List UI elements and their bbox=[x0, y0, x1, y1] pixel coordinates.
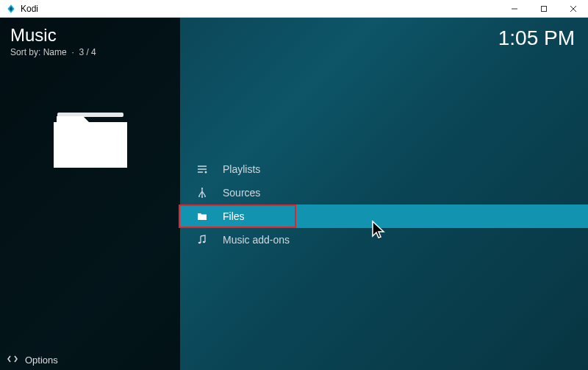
maximize-button[interactable] bbox=[529, 0, 559, 18]
options-label: Options bbox=[25, 355, 58, 366]
sources-icon bbox=[195, 185, 209, 200]
music-note-icon bbox=[195, 232, 209, 247]
sidebar-header: Music Sort by: Name · 3 / 4 bbox=[0, 18, 180, 57]
folder-icon bbox=[195, 209, 209, 224]
app-area: Music Sort by: Name · 3 / 4 Options 1:05… bbox=[0, 18, 588, 370]
window-controls bbox=[500, 0, 588, 18]
close-button[interactable] bbox=[559, 0, 588, 18]
sort-info: Sort by: Name · 3 / 4 bbox=[10, 47, 170, 57]
window-titlebar: Kodi bbox=[0, 0, 588, 18]
menu-item-label: Sources bbox=[223, 187, 260, 199]
svg-point-14 bbox=[203, 241, 206, 243]
sort-label: Sort by: Name bbox=[10, 47, 67, 57]
menu-item-label: Playlists bbox=[223, 163, 260, 175]
menu-item-sources[interactable]: Sources bbox=[180, 181, 588, 204]
minimize-button[interactable] bbox=[500, 0, 529, 18]
menu-item-files[interactable]: Files bbox=[180, 204, 588, 228]
options-expand-icon bbox=[7, 355, 18, 366]
svg-point-13 bbox=[198, 242, 201, 244]
playlist-icon bbox=[195, 162, 209, 177]
folder-preview-icon bbox=[0, 102, 180, 175]
main-area: 1:05 PM Playlists Sources Files bbox=[180, 18, 588, 370]
options-button[interactable]: Options bbox=[0, 349, 180, 370]
sidebar: Music Sort by: Name · 3 / 4 Options bbox=[0, 18, 180, 370]
svg-point-10 bbox=[198, 196, 200, 197]
page-title: Music bbox=[10, 25, 170, 46]
list-position: 3 / 4 bbox=[79, 47, 96, 57]
clock: 1:05 PM bbox=[498, 26, 575, 50]
menu-list: Playlists Sources Files Music add-ons bbox=[180, 157, 588, 252]
svg-rect-4 bbox=[57, 113, 123, 117]
svg-rect-1 bbox=[542, 7, 547, 12]
menu-item-label: Files bbox=[223, 210, 245, 222]
menu-item-label: Music add-ons bbox=[223, 234, 290, 246]
svg-point-8 bbox=[205, 171, 207, 174]
svg-point-9 bbox=[201, 188, 203, 189]
window-title: Kodi bbox=[21, 4, 38, 14]
menu-item-playlists[interactable]: Playlists bbox=[180, 157, 588, 181]
svg-point-12 bbox=[201, 196, 203, 198]
menu-item-music-addons[interactable]: Music add-ons bbox=[180, 228, 588, 252]
kodi-logo-icon bbox=[6, 4, 16, 14]
svg-point-11 bbox=[204, 196, 206, 197]
